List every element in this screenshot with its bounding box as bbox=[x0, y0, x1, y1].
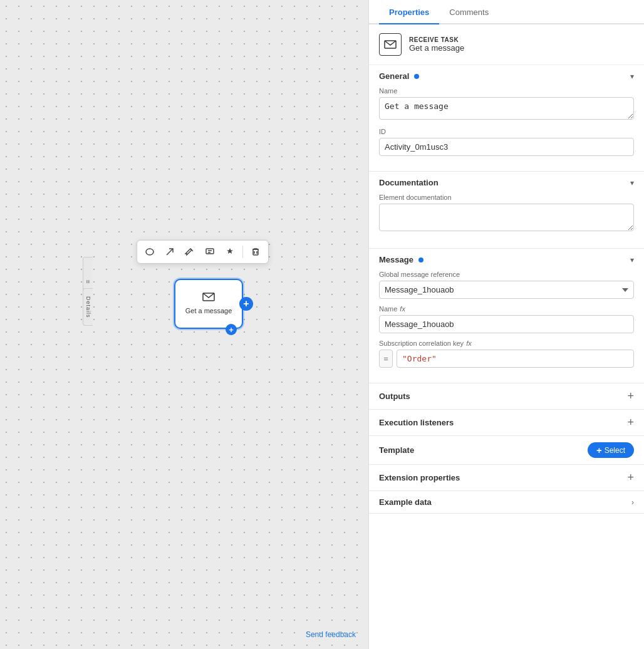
section-message-chevron: ▾ bbox=[630, 256, 634, 264]
section-message-header-left: Message bbox=[379, 255, 423, 264]
bpmn-node-label: Get a message bbox=[185, 306, 232, 315]
correlation-eq-sign: = bbox=[379, 350, 393, 368]
section-message-title: Message bbox=[379, 255, 413, 264]
task-header-icon bbox=[379, 33, 402, 56]
receive-task-icon bbox=[202, 293, 215, 304]
section-documentation-title: Documentation bbox=[379, 178, 439, 187]
section-outputs: Outputs + bbox=[369, 383, 644, 410]
toolbar-delete-tool[interactable] bbox=[247, 243, 264, 261]
section-execution-listeners-header[interactable]: Execution listeners + bbox=[369, 410, 644, 435]
section-general-dot bbox=[414, 74, 419, 79]
canvas-area: Get a message + + ≡ Details Send feedbac… bbox=[0, 0, 368, 649]
field-name-group: Name Get a message bbox=[379, 87, 634, 122]
correlation-row: = bbox=[379, 350, 634, 368]
field-doc-input[interactable] bbox=[379, 204, 634, 231]
details-label: Details bbox=[85, 296, 91, 318]
section-example-data: Example data › bbox=[369, 491, 644, 514]
details-toggle-lines: ≡ bbox=[85, 280, 91, 284]
field-doc-label: Element documentation bbox=[379, 194, 634, 201]
section-extension-properties-add[interactable]: + bbox=[627, 471, 634, 484]
correlation-fx: fx bbox=[466, 340, 472, 347]
section-execution-listeners-add[interactable]: + bbox=[627, 416, 634, 429]
section-message-body: Global message reference Message_1houaob… bbox=[369, 271, 644, 383]
field-global-ref-select[interactable]: Message_1houaob bbox=[379, 281, 634, 299]
toolbar-lasso-tool[interactable] bbox=[141, 243, 158, 261]
section-general-body: Name Get a message ID bbox=[369, 87, 644, 171]
field-global-ref-label: Global message reference bbox=[379, 271, 634, 278]
svg-point-0 bbox=[146, 249, 153, 255]
section-template-header: Template + Select bbox=[369, 436, 644, 464]
toolbar-divider bbox=[242, 246, 243, 258]
field-id-input[interactable] bbox=[379, 138, 634, 156]
task-header: RECEIVE TASK Get a message bbox=[369, 24, 644, 65]
tab-properties[interactable]: Properties bbox=[379, 0, 439, 24]
select-btn-plus: + bbox=[596, 445, 602, 455]
node-toolbar bbox=[137, 240, 269, 264]
field-message-name-group: Name fx bbox=[379, 305, 634, 333]
section-template-title: Template bbox=[379, 445, 414, 455]
section-message: Message ▾ Global message reference Messa… bbox=[369, 249, 644, 383]
bpmn-add-right-btn[interactable]: + bbox=[239, 297, 253, 311]
section-general-header[interactable]: General ▾ bbox=[369, 65, 644, 87]
section-example-data-chevron: › bbox=[631, 498, 634, 507]
svg-line-1 bbox=[167, 249, 173, 255]
field-name-input[interactable]: Get a message bbox=[379, 97, 634, 120]
section-outputs-add[interactable]: + bbox=[627, 390, 634, 403]
section-general-title: General bbox=[379, 71, 409, 81]
section-extension-properties-header[interactable]: Extension properties + bbox=[369, 465, 644, 491]
svg-rect-6 bbox=[253, 249, 258, 255]
section-extension-properties: Extension properties + bbox=[369, 465, 644, 491]
section-documentation-header-left: Documentation bbox=[379, 178, 439, 187]
task-header-info: RECEIVE TASK Get a message bbox=[409, 36, 464, 53]
section-message-header[interactable]: Message ▾ bbox=[369, 249, 644, 271]
section-example-data-header[interactable]: Example data › bbox=[369, 491, 644, 513]
details-sidebar-tab[interactable]: Details bbox=[83, 288, 93, 326]
task-name-label: Get a message bbox=[409, 43, 464, 53]
bpmn-node-box: Get a message + + bbox=[174, 279, 243, 329]
properties-panel: Properties Comments RECEIVE TASK Get a m… bbox=[368, 0, 644, 649]
message-name-fx: fx bbox=[400, 305, 405, 313]
section-documentation-body: Element documentation bbox=[369, 194, 644, 248]
toolbar-comment-tool[interactable] bbox=[201, 243, 219, 261]
section-general-chevron: ▾ bbox=[630, 72, 634, 81]
section-documentation-chevron: ▾ bbox=[630, 179, 634, 187]
task-type-label: RECEIVE TASK bbox=[409, 36, 464, 43]
section-documentation-header[interactable]: Documentation ▾ bbox=[369, 172, 644, 194]
field-message-name-input[interactable] bbox=[379, 315, 634, 333]
select-btn-label: Select bbox=[605, 446, 625, 455]
section-documentation: Documentation ▾ Element documentation bbox=[369, 172, 644, 249]
field-doc-group: Element documentation bbox=[379, 194, 634, 233]
field-message-name-label: Name fx bbox=[379, 305, 634, 313]
section-general: General ▾ Name Get a message ID bbox=[369, 65, 644, 172]
section-general-header-left: General bbox=[379, 71, 419, 81]
send-feedback-link[interactable]: Send feedback bbox=[306, 630, 356, 639]
section-outputs-header[interactable]: Outputs + bbox=[369, 383, 644, 409]
toolbar-star-tool[interactable] bbox=[221, 243, 239, 261]
section-template: Template + Select bbox=[369, 436, 644, 465]
section-example-data-title: Example data bbox=[379, 497, 432, 507]
correlation-value-input[interactable] bbox=[397, 350, 634, 368]
field-id-label: ID bbox=[379, 128, 634, 135]
toolbar-edit-tool[interactable] bbox=[181, 243, 199, 261]
section-extension-properties-title: Extension properties bbox=[379, 473, 460, 482]
field-correlation-label: Subscription correlation key fx bbox=[379, 340, 634, 347]
toolbar-arrow-tool[interactable] bbox=[161, 243, 179, 261]
tab-comments[interactable]: Comments bbox=[439, 0, 499, 24]
field-id-group: ID bbox=[379, 128, 634, 156]
field-name-label: Name bbox=[379, 87, 634, 95]
field-correlation-group: Subscription correlation key fx = bbox=[379, 340, 634, 368]
panel-tabs: Properties Comments bbox=[369, 0, 644, 24]
bpmn-receive-task-node[interactable]: Get a message + + bbox=[174, 279, 243, 329]
section-execution-listeners: Execution listeners + bbox=[369, 410, 644, 436]
section-execution-listeners-title: Execution listeners bbox=[379, 418, 454, 427]
svg-rect-3 bbox=[206, 249, 214, 254]
section-message-dot bbox=[418, 257, 423, 262]
field-global-ref-group: Global message reference Message_1houaob bbox=[379, 271, 634, 299]
section-outputs-title: Outputs bbox=[379, 392, 410, 401]
bpmn-add-bottom-btn[interactable]: + bbox=[226, 324, 237, 335]
template-select-button[interactable]: + Select bbox=[588, 442, 634, 458]
